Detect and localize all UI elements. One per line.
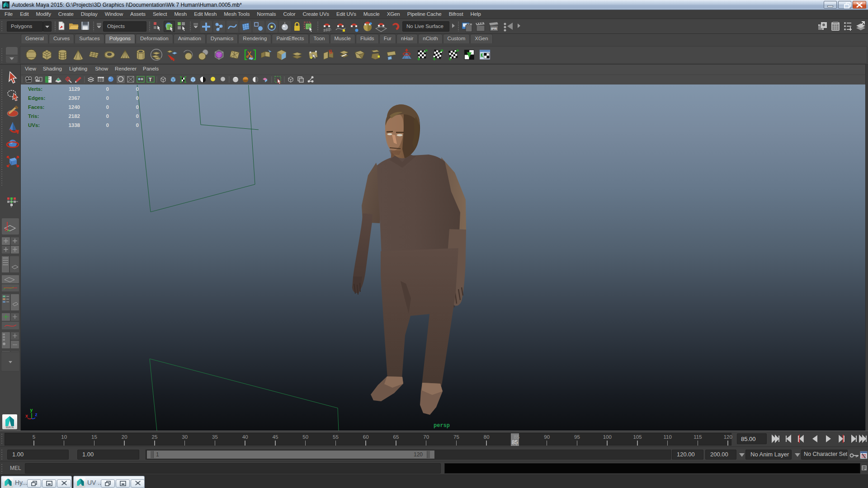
svg-text:x: x [25,413,28,418]
svg-text:IPR: IPR [491,27,497,31]
svg-text:persp: persp [434,422,450,429]
svg-text:T: T [149,77,152,82]
svg-text:y: y [30,407,33,413]
svg-text:MAYA: MAYA [6,426,14,429]
svg-text:z: z [35,412,38,417]
